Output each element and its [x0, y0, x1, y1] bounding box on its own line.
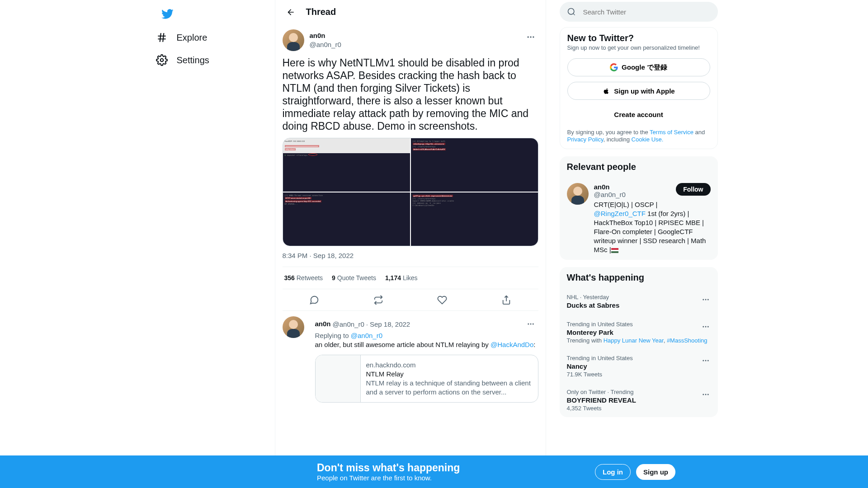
person-handle[interactable]: @an0n_r0 — [594, 191, 626, 198]
media-grid: FreeRDP: 192.168.3.110xxxxxxxxxxxxxxxxxx… — [283, 138, 538, 246]
svg-point-18 — [707, 394, 708, 395]
tweet-stats: 356 Retweets 9 Quote Tweets 1,174 Likes — [283, 267, 538, 289]
more-button[interactable] — [523, 29, 538, 45]
svg-point-0 — [160, 59, 163, 62]
svg-point-15 — [707, 360, 708, 361]
more-button[interactable] — [523, 316, 538, 332]
avatar[interactable] — [283, 316, 304, 338]
more-button[interactable] — [698, 292, 713, 307]
svg-point-2 — [530, 36, 531, 38]
back-button[interactable] — [283, 4, 299, 20]
reply-date[interactable]: Sep 18, 2022 — [370, 320, 410, 328]
login-button[interactable]: Log in — [595, 464, 631, 480]
trend-meta: Trending in United States — [567, 355, 711, 361]
likes-stat[interactable]: 1,174 Likes — [385, 274, 418, 282]
bio-mention-link[interactable]: @RingZer0_CTF — [594, 210, 646, 217]
link-thumbnail — [316, 355, 361, 402]
google-icon — [610, 63, 618, 71]
tweet-timestamp[interactable]: 8:34 PM · Sep 18, 2022 — [283, 252, 538, 267]
trend-item[interactable]: Trending in United StatesNancy71.9K Twee… — [560, 349, 718, 383]
svg-point-5 — [530, 324, 531, 325]
author-link[interactable]: an0n @an0n_r0 — [283, 29, 341, 51]
banner-title: Don't miss what's happening — [317, 462, 460, 474]
create-account-button[interactable]: Create account — [567, 105, 710, 123]
whats-happening: What's happening NHL · YesterdayDucks at… — [560, 267, 718, 417]
reply-author-handle[interactable]: @an0n_r0 — [333, 320, 364, 328]
svg-point-13 — [703, 360, 704, 361]
retweet-button[interactable] — [370, 291, 387, 309]
svg-point-17 — [705, 394, 706, 395]
nav-explore[interactable]: Explore — [151, 26, 220, 49]
svg-point-11 — [705, 326, 706, 328]
trend-item[interactable]: Only on Twitter · TrendingBOYFRIEND REVE… — [560, 383, 718, 417]
signup-title: New to Twitter? — [567, 33, 710, 43]
signup-banner: Don't miss what's happening People on Tw… — [0, 455, 868, 488]
svg-point-4 — [528, 324, 529, 325]
follow-button[interactable]: Follow — [676, 183, 710, 196]
tos-link[interactable]: Terms of Service — [650, 129, 693, 136]
media-image-3[interactable]: [*] SMBD-Thread received connectionHTTP … — [283, 192, 410, 246]
media-image-4[interactable]: getST.py -spn cifs/dc -impersonate Admin… — [411, 192, 538, 246]
search-box[interactable] — [560, 2, 718, 22]
more-button[interactable] — [698, 319, 713, 334]
tweet-text: Here is why NetNTLMv1 should be disabled… — [283, 56, 538, 132]
media-image-1[interactable]: FreeRDP: 192.168.3.110xxxxxxxxxxxxxxxxxx… — [283, 138, 410, 192]
link-domain: en.hackndo.com — [366, 361, 533, 370]
reply-tweet[interactable]: an0n @an0n_r0 · Sep 18, 2022 Replying to… — [275, 311, 546, 408]
trend-meta: Trending in United States — [567, 321, 711, 328]
apple-signup-button[interactable]: Sign up with Apple — [567, 82, 710, 100]
mention-link[interactable]: @HackAndDo — [491, 341, 533, 348]
relevant-title: Relevant people — [560, 156, 718, 178]
quotes-stat[interactable]: 9 Quote Tweets — [332, 274, 376, 282]
trend-sub: 71.9K Tweets — [567, 371, 711, 378]
svg-point-8 — [705, 299, 706, 300]
flag-hungary-icon — [611, 248, 618, 253]
trend-meta: Only on Twitter · Trending — [567, 389, 711, 395]
privacy-link[interactable]: Privacy Policy — [567, 136, 604, 143]
main-tweet: an0n @an0n_r0 Here is why NetNTLMv1 shou… — [275, 24, 546, 311]
more-button[interactable] — [698, 387, 713, 402]
like-button[interactable] — [434, 291, 451, 309]
svg-point-6 — [532, 324, 533, 325]
tweet-actions — [283, 289, 538, 311]
avatar[interactable] — [283, 29, 304, 51]
replying-to-link[interactable]: @an0n_r0 — [351, 332, 382, 339]
signup-button[interactable]: Sign up — [636, 464, 675, 480]
reply-author-name[interactable]: an0n — [315, 319, 331, 328]
retweets-stat[interactable]: 356 Retweets — [284, 274, 323, 282]
trend-item[interactable]: NHL · YesterdayDucks at Sabres — [560, 288, 718, 315]
reply-button[interactable] — [306, 291, 323, 309]
media-image-2[interactable]: [+] Attempting to trigger authntlmrelayx… — [411, 138, 538, 192]
trend-link[interactable]: #MassShooting — [667, 337, 708, 344]
search-icon — [567, 7, 576, 16]
person-row: an0n @an0n_r0 Follow CRT(E|O|L) | OSCP |… — [560, 178, 718, 260]
trend-meta: NHL · Yesterday — [567, 294, 711, 300]
trend-link[interactable]: Happy Lunar New Year — [604, 337, 664, 344]
trend-title: Ducks at Sabres — [567, 301, 711, 309]
search-input[interactable] — [583, 8, 711, 16]
link-card[interactable]: en.hackndo.com NTLM Relay NTLM relay is … — [315, 355, 538, 403]
svg-point-1 — [527, 36, 528, 38]
person-name[interactable]: an0n — [594, 183, 626, 191]
thread-header: Thread — [275, 0, 546, 24]
twitter-logo[interactable] — [156, 3, 179, 25]
person-bio: CRT(E|O|L) | OSCP | @RingZer0_CTF 1st (f… — [594, 200, 711, 254]
author-handle: @an0n_r0 — [310, 40, 341, 49]
share-button[interactable] — [498, 291, 515, 309]
page-title: Thread — [306, 7, 336, 17]
replying-to: Replying to @an0n_r0 — [315, 332, 538, 339]
author-name: an0n — [310, 31, 341, 40]
trend-title: Nancy — [567, 362, 711, 370]
more-button[interactable] — [698, 353, 713, 368]
cookie-link[interactable]: Cookie Use. — [632, 136, 664, 143]
link-description: NTLM relay is a technique of standing be… — [366, 379, 533, 397]
relevant-people: Relevant people an0n @an0n_r0 Follow CRT… — [560, 156, 718, 260]
signup-card: New to Twitter? Sign up now to get your … — [560, 27, 718, 149]
nav-settings[interactable]: Settings — [151, 49, 222, 71]
apple-icon — [602, 87, 610, 95]
svg-point-3 — [533, 36, 534, 38]
avatar[interactable] — [567, 183, 589, 205]
trend-item[interactable]: Trending in United StatesMonterey ParkTr… — [560, 315, 718, 349]
svg-point-9 — [707, 299, 708, 300]
google-signup-button[interactable]: Google で登録 — [567, 58, 710, 76]
